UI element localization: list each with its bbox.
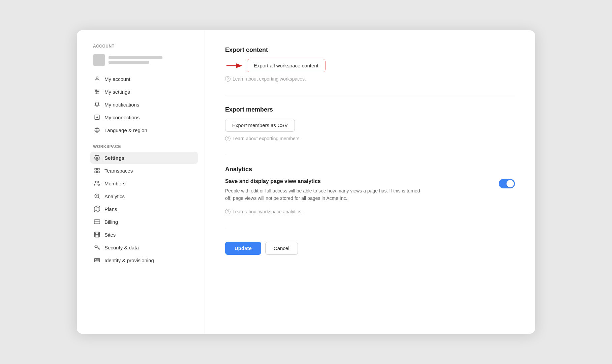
sidebar-item-label: Language & region (104, 127, 147, 133)
svg-point-32 (95, 245, 97, 248)
bell-icon (94, 101, 100, 108)
export-content-section: Export content Export all workspace cont… (225, 47, 515, 82)
main-content: Export content Export all workspace cont… (205, 30, 535, 334)
account-nav-group: My account My settings (90, 73, 198, 136)
sidebar-item-my-notifications[interactable]: My notifications (90, 98, 198, 111)
sidebar-item-label: My account (104, 76, 130, 82)
id-icon (94, 257, 100, 264)
sidebar-item-label: Analytics (104, 193, 125, 199)
export-members-section: Export members Export members as CSV ? L… (225, 106, 515, 141)
sidebar-item-teamspaces[interactable]: Teamspaces (90, 164, 198, 177)
svg-point-6 (96, 93, 97, 94)
sidebar-item-label: My connections (104, 115, 140, 120)
sliders-icon (94, 88, 100, 95)
export-members-help: ? Learn about exporting members. (225, 136, 515, 141)
analytics-section-title: Analytics (225, 166, 515, 173)
export-content-help: ? Learn about exporting workspaces. (225, 76, 515, 82)
export-all-workspace-button[interactable]: Export all workspace content (247, 59, 326, 72)
svg-rect-10 (95, 168, 96, 170)
sidebar-item-label: Settings (104, 155, 124, 161)
svg-marker-19 (94, 207, 100, 212)
person-icon (94, 75, 100, 82)
people-icon (94, 180, 100, 187)
arrow-square-icon (94, 114, 100, 121)
sidebar-item-label: Members (104, 181, 126, 186)
sidebar-item-label: Plans (104, 206, 117, 212)
svg-line-16 (98, 197, 99, 198)
sidebar-item-label: Identity & provisioning (104, 257, 154, 263)
sidebar-item-my-connections[interactable]: My connections (90, 111, 198, 123)
analytics-toggle[interactable] (499, 179, 515, 188)
creditcard-icon (94, 218, 100, 225)
help-icon-3: ? (225, 209, 231, 214)
workspace-nav-group: Settings Teamspaces Members (90, 152, 198, 266)
analytics-row: Save and display page view analytics Peo… (225, 178, 515, 202)
sidebar-item-plans[interactable]: Plans (90, 203, 198, 215)
user-row (90, 51, 198, 69)
key-icon (94, 244, 100, 251)
account-section-label: Account (90, 44, 198, 49)
sidebar-item-label: Security & data (104, 245, 139, 250)
user-email-blur (109, 61, 149, 64)
export-content-btn-row: Export all workspace content (225, 59, 515, 72)
sidebar-item-label: Teamspaces (104, 168, 133, 174)
grid-icon (94, 167, 100, 174)
sidebar-item-my-account[interactable]: My account (90, 73, 198, 85)
sidebar-item-label: My settings (104, 89, 130, 95)
globe-icon (94, 127, 100, 133)
settings-modal: Account My account (77, 30, 535, 334)
help-icon-2: ? (225, 136, 231, 141)
analytics-icon (94, 193, 100, 200)
avatar (93, 54, 105, 66)
svg-point-14 (95, 181, 97, 183)
sidebar-item-members[interactable]: Members (90, 177, 198, 189)
arrow-svg (225, 60, 244, 72)
export-content-title: Export content (225, 47, 515, 54)
sidebar-item-label: My notifications (104, 102, 139, 108)
gear-icon (94, 154, 100, 161)
sidebar-item-sites[interactable]: Sites (90, 229, 198, 241)
help-icon: ? (225, 76, 231, 82)
footer-actions: Update Cancel (225, 242, 515, 255)
sidebar-item-my-settings[interactable]: My settings (90, 86, 198, 98)
svg-point-37 (96, 260, 97, 261)
user-name-blur (109, 56, 162, 59)
analytics-toggle-title: Save and display page view analytics (225, 178, 485, 184)
sidebar-item-label: Billing (104, 219, 118, 225)
analytics-section: Analytics Save and display page view ana… (225, 166, 515, 214)
sidebar-item-security-data[interactable]: Security & data (90, 241, 198, 253)
svg-rect-12 (95, 171, 96, 173)
analytics-help: ? Learn about workspace analytics. (225, 209, 515, 214)
toggle-knob (507, 180, 514, 187)
film-icon (94, 231, 100, 238)
sidebar-item-settings[interactable]: Settings (90, 152, 198, 164)
export-members-csv-button[interactable]: Export members as CSV (225, 119, 295, 132)
sidebar-item-billing[interactable]: Billing (90, 216, 198, 228)
sidebar-item-analytics[interactable]: Analytics (90, 190, 198, 202)
svg-rect-11 (98, 168, 99, 170)
map-icon (94, 206, 100, 212)
analytics-toggle-description: People with edit or full access will be … (225, 187, 427, 202)
svg-point-9 (96, 157, 98, 159)
svg-rect-22 (94, 220, 100, 224)
divider-2 (225, 155, 515, 155)
cancel-button[interactable]: Cancel (265, 242, 298, 255)
export-members-title: Export members (225, 106, 515, 113)
svg-point-0 (96, 77, 98, 79)
sidebar-item-label: Sites (104, 232, 116, 238)
svg-point-5 (98, 91, 99, 92)
svg-rect-13 (98, 171, 99, 173)
sidebar: Account My account (77, 30, 205, 334)
svg-point-4 (96, 90, 97, 91)
sidebar-item-language-region[interactable]: Language & region (90, 124, 198, 136)
divider-1 (225, 95, 515, 95)
update-button[interactable]: Update (225, 242, 261, 255)
arrow-annotation (225, 60, 244, 72)
sidebar-item-identity-provisioning[interactable]: Identity & provisioning (90, 254, 198, 266)
workspace-section-label: Workspace (90, 144, 198, 149)
analytics-text-group: Save and display page view analytics Peo… (225, 178, 485, 202)
analytics-toggle-wrap (499, 178, 515, 188)
divider-3 (225, 228, 515, 228)
